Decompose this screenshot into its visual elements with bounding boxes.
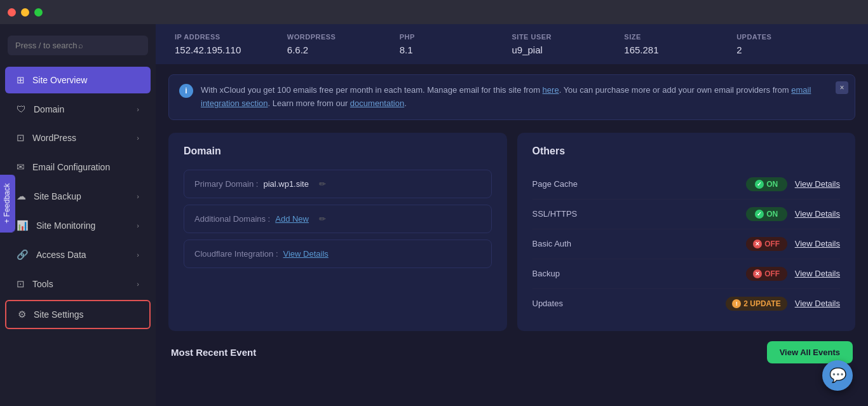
others-card: Others Page Cache ✓ ON View Details SSL/… [517,133,856,331]
domain-card: Domain Primary Domain : pial.wp1.site ✏ … [168,133,507,331]
sidebar-item-site-overview[interactable]: ⊞ Site Overview [5,67,151,93]
chat-icon: 💬 [829,367,846,384]
info-link-documentation[interactable]: documentation [350,98,404,108]
info-link-here[interactable]: here [543,85,559,95]
others-card-title: Others [532,145,841,157]
cloudflare-view-details-link[interactable]: View Details [283,249,329,259]
others-row-page-cache: Page Cache ✓ ON View Details [532,170,841,200]
page-cache-view-details[interactable]: View Details [795,179,840,189]
settings-icon: ⚙ [18,309,26,320]
stat-value: 8.1 [400,44,512,55]
sidebar-item-label: Access Data [36,250,86,260]
stat-label: WORDPRESS [287,33,400,41]
stats-bar: IP ADDRESS 152.42.195.110 WORDPRESS 6.6.… [156,24,868,64]
stat-size: SIZE 165.281 [624,33,736,55]
search-bar[interactable]: Press / to search ⌕ [8,36,148,55]
chevron-right-icon: › [137,280,139,288]
sidebar-item-access-data[interactable]: 🔗 Access Data › [5,241,151,268]
sidebar-item-label: Site Monitoring [36,220,95,231]
stat-value: 152.42.195.110 [175,44,287,55]
basic-auth-status: ✕ OFF [746,237,787,251]
status-on-icon: ✓ [755,180,764,189]
domain-card-title: Domain [184,145,492,157]
backup-view-details[interactable]: View Details [795,269,840,278]
stat-site-user: SITE USER u9_pial [512,33,624,55]
status-on-icon: ✓ [755,210,764,219]
sidebar-item-email-config[interactable]: ✉ Email Configuration [5,154,151,180]
stat-label: UPDATES [736,33,849,41]
feedback-tab[interactable]: + Feedback [0,174,15,232]
sidebar-item-label: Domain [34,104,64,114]
stat-updates: UPDATES 2 [736,33,849,55]
sidebar-item-label: Tools [32,279,53,289]
others-row-basic-auth: Basic Auth ✕ OFF View Details [532,229,841,259]
chevron-right-icon: › [137,251,139,259]
stat-ip-address: IP ADDRESS 152.42.195.110 [175,33,287,55]
others-row-ssl: SSL/HTTPS ✓ ON View Details [532,200,841,229]
sidebar-item-site-settings[interactable]: ⚙ Site Settings [5,300,151,329]
info-icon: i [179,84,193,98]
sidebar-item-wordpress[interactable]: ⊡ WordPress › [5,125,151,151]
info-text-part1: With xCloud you get 100 emails free per … [201,85,540,95]
minimize-button[interactable] [21,8,29,17]
main-content: IP ADDRESS 152.42.195.110 WORDPRESS 6.6.… [156,24,868,406]
basic-auth-view-details[interactable]: View Details [795,239,840,248]
updates-label: Updates [532,299,719,308]
primary-domain-edit-icon[interactable]: ✏ [319,179,326,189]
backup-status: ✕ OFF [746,267,787,281]
others-row-backup: Backup ✕ OFF View Details [532,259,841,289]
add-new-domain-link[interactable]: Add New [275,214,309,224]
stat-value: 165.281 [624,44,736,55]
additional-domains-edit-icon[interactable]: ✏ [319,214,326,224]
sidebar-item-label: Site Backup [34,191,81,201]
chevron-right-icon: › [137,222,139,229]
site-overview-icon: ⊞ [17,74,25,86]
ssl-status: ✓ ON [746,207,787,221]
stat-label: SIZE [624,33,736,41]
sidebar-item-tools[interactable]: ⊡ Tools › [5,271,151,297]
maximize-button[interactable] [34,8,43,17]
stat-label: IP ADDRESS [175,33,287,41]
stat-value: u9_pial [512,44,624,55]
chat-button[interactable]: 💬 [822,360,853,391]
close-button[interactable] [8,8,16,17]
status-update-icon: ! [732,299,741,308]
backup-icon: ☁ [17,191,26,202]
sidebar-item-label: Email Configuration [32,162,110,172]
primary-domain-label: Primary Domain : [194,179,258,189]
chevron-right-icon: › [137,193,139,200]
two-col-section: Domain Primary Domain : pial.wp1.site ✏ … [168,133,855,331]
sidebar: Press / to search ⌕ ⊞ Site Overview 🛡 Do… [0,24,156,406]
updates-status: ! 2 UPDATE [726,297,787,311]
info-banner: i With xCloud you get 100 emails free pe… [168,74,855,120]
email-icon: ✉ [17,161,25,173]
feedback-label: + Feedback [3,183,11,223]
chevron-right-icon: › [137,105,139,113]
chevron-right-icon: › [137,134,139,142]
sidebar-item-site-backup[interactable]: ☁ Site Backup › [5,183,151,210]
title-bar [0,0,868,24]
status-off-icon: ✕ [753,269,762,278]
info-text-part2: You can purchase more or add your own em… [564,85,792,95]
stat-label: SITE USER [512,33,624,41]
stat-label: PHP [400,33,512,41]
stat-value: 2 [736,44,849,55]
domain-icon: 🛡 [17,104,26,114]
ssl-view-details[interactable]: View Details [795,209,840,219]
stat-wordpress: WORDPRESS 6.6.2 [287,33,400,55]
recent-event-section: Most Recent Event View All Events [168,341,855,363]
info-text-part3: Learn more from our [273,98,350,108]
updates-view-details[interactable]: View Details [795,299,840,308]
stat-php: PHP 8.1 [400,33,512,55]
sidebar-item-site-monitoring[interactable]: 📊 Site Monitoring › [5,212,151,239]
search-placeholder: Press / to search [15,41,78,50]
page-cache-label: Page Cache [532,179,738,189]
recent-event-title: Most Recent Event [171,347,256,358]
info-text: With xCloud you get 100 emails free per … [201,84,844,111]
status-off-icon: ✕ [753,240,762,248]
close-banner-button[interactable]: × [836,81,848,94]
page-cache-status: ✓ ON [746,177,787,191]
sidebar-item-domain[interactable]: 🛡 Domain › [5,96,151,122]
ssl-label: SSL/HTTPS [532,209,738,219]
cloudflare-label: Cloudflare Integration : [194,249,278,259]
